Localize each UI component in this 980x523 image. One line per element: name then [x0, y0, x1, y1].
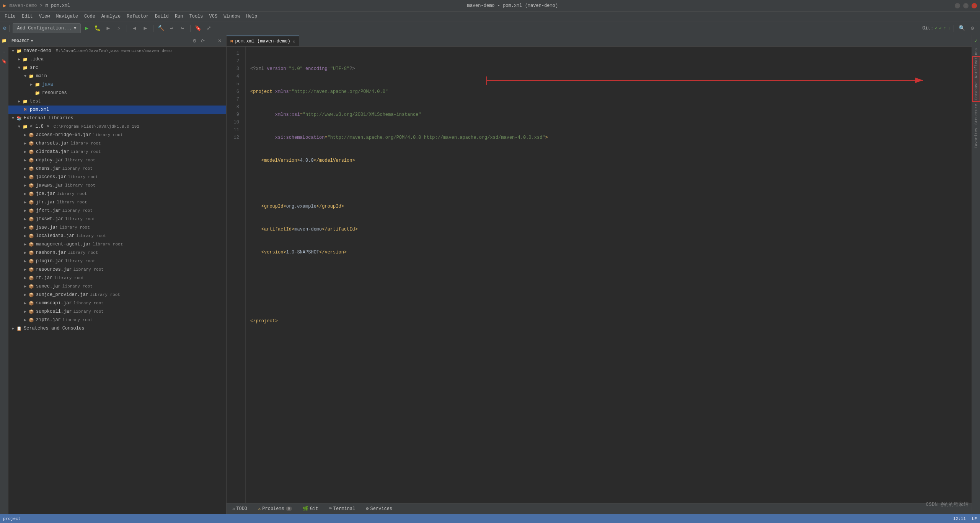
- tree-item-rt[interactable]: ▶ 📦 rt.jarlibrary root: [8, 274, 226, 282]
- tree-arrow: ▶: [22, 250, 28, 256]
- tree-item-jaccess[interactable]: ▶ 📦 jaccess.jarlibrary root: [8, 173, 226, 181]
- java-folder-icon: 📁: [34, 81, 41, 88]
- activity-commit[interactable]: ↑: [0, 49, 8, 57]
- undo-button[interactable]: ↩: [167, 24, 176, 33]
- tree-item-nashorn[interactable]: ▶ 📦 nashorn.jarlibrary root: [8, 249, 226, 257]
- activity-bookmarks[interactable]: 🔖: [0, 57, 8, 65]
- search-everywhere-button[interactable]: 🔍: [957, 24, 966, 33]
- coverage-button[interactable]: ▶: [104, 24, 113, 33]
- status-right: 12:11 LF: [953, 517, 977, 521]
- tab-close-button[interactable]: ✕: [293, 39, 295, 44]
- tree-item-sunpkcs11[interactable]: ▶ 📦 sunpkcs11.jarlibrary root: [8, 307, 226, 316]
- tree-item-jdk18[interactable]: ▼ 📁 < 1.8 > C:\Program Files\Java\jdk1.8…: [8, 122, 226, 131]
- tree-item-main[interactable]: ▼ 📁 main: [8, 72, 226, 80]
- project-dropdown-icon[interactable]: ▼: [31, 39, 33, 43]
- tree-item-maven-demo[interactable]: ▼ 📁 maven-demo E:\JavaClone\JavaTwo\java…: [8, 47, 226, 55]
- debug-button[interactable]: 🐛: [93, 24, 102, 33]
- tree-arrow: ▶: [22, 199, 28, 205]
- favorites-panel[interactable]: Favorites: [972, 127, 980, 149]
- menu-code[interactable]: Code: [81, 12, 98, 21]
- git-push-icon[interactable]: ↑: [944, 26, 946, 31]
- code-line-10: [250, 271, 969, 279]
- menu-analyze[interactable]: Analyze: [98, 12, 124, 21]
- scratches-icon: 📋: [16, 325, 22, 331]
- add-configuration-button[interactable]: Add Configuration... ▼: [13, 23, 80, 33]
- sidebar-scroll-btn[interactable]: ⟳: [199, 37, 206, 44]
- tree-item-zipfs[interactable]: ▶ 📦 zipfs.jarlibrary root: [8, 316, 226, 324]
- jar-icon: 📦: [28, 233, 34, 239]
- database-panel[interactable]: Database: [972, 79, 980, 102]
- title-bar: ▶ maven-demo > m pom.xml maven-demo - po…: [0, 0, 980, 11]
- tree-item-src[interactable]: ▼ 📁 src: [8, 63, 226, 72]
- bottom-tab-todo[interactable]: ☑ TODO: [230, 504, 249, 513]
- run-button[interactable]: ▶: [82, 24, 91, 33]
- redo-button[interactable]: ↪: [178, 24, 187, 33]
- minimize-button[interactable]: ─: [955, 3, 960, 8]
- expand-button[interactable]: ⤢: [204, 24, 214, 33]
- tree-item-jfr[interactable]: ▶ 📦 jfr.jarlibrary root: [8, 198, 226, 206]
- menu-run[interactable]: Run: [172, 12, 186, 21]
- activity-project[interactable]: 📁: [0, 37, 8, 44]
- menu-window[interactable]: Window: [220, 12, 243, 21]
- settings-button[interactable]: ⚙: [968, 24, 977, 33]
- menu-build[interactable]: Build: [152, 12, 172, 21]
- tree-item-jfxrt[interactable]: ▶ 📦 jfxrt.jarlibrary root: [8, 206, 226, 215]
- editor-content[interactable]: 1 2 3 4 5 6 7 8 9 10 11 12 <?xml version…: [227, 47, 972, 503]
- bookmark-button[interactable]: 🔖: [194, 24, 203, 33]
- menu-navigate[interactable]: Navigate: [53, 12, 81, 21]
- tree-item-java[interactable]: ▶ 📁 java: [8, 80, 226, 89]
- menu-view[interactable]: View: [36, 12, 53, 21]
- tree-item-resources-jar[interactable]: ▶ 📦 resources.jarlibrary root: [8, 265, 226, 274]
- tree-item-jce[interactable]: ▶ 📦 jce.jarlibrary root: [8, 190, 226, 198]
- maximize-button[interactable]: □: [963, 3, 969, 8]
- tree-item-management-agent[interactable]: ▶ 📦 management-agent.jarlibrary root: [8, 240, 226, 249]
- code-line-2: <project xmlns="http://maven.apache.org/…: [250, 88, 969, 96]
- tree-item-sunmscapi[interactable]: ▶ 📦 sunmscapi.jarlibrary root: [8, 299, 226, 307]
- tree-item-pom-xml[interactable]: ▶ M pom.xml: [8, 106, 226, 114]
- tree-item-external-libraries[interactable]: ▼ 📚 External Libraries: [8, 114, 226, 122]
- tree-item-jsse[interactable]: ▶ 📦 jsse.jarlibrary root: [8, 223, 226, 232]
- forward-button[interactable]: ▶: [141, 24, 150, 33]
- git-pull-icon[interactable]: ↓: [948, 26, 951, 31]
- sidebar-close-btn[interactable]: ✕: [216, 37, 223, 44]
- code-area[interactable]: <?xml version="1.0" encoding="UTF-8"?> <…: [246, 47, 972, 503]
- menu-tools[interactable]: Tools: [186, 12, 206, 21]
- tree-item-charsets[interactable]: ▶ 📦 charsets.jarlibrary root: [8, 139, 226, 148]
- tree-item-plugin[interactable]: ▶ 📦 plugin.jarlibrary root: [8, 257, 226, 265]
- menu-edit[interactable]: Edit: [19, 12, 36, 21]
- menu-refactor[interactable]: Refactor: [124, 12, 152, 21]
- bottom-tab-problems[interactable]: ⚠ Problems 6: [256, 504, 294, 513]
- jar-icon: 📦: [28, 132, 34, 138]
- main-layout: 📁 ↑ 🔖 Project ▼ ⚙ ⟳ ─ ✕ ▼ 📁 maven-demo: [0, 35, 980, 514]
- tree-item-deploy[interactable]: ▶ 📦 deploy.jarlibrary root: [8, 156, 226, 164]
- sidebar-settings-btn[interactable]: ⚙: [191, 37, 198, 44]
- tree-item-resources[interactable]: ▶ 📁 resources: [8, 89, 226, 97]
- tree-item-localedata[interactable]: ▶ 📦 localedata.jarlibrary root: [8, 232, 226, 240]
- menu-help[interactable]: Help: [243, 12, 260, 21]
- tree-item-javaws[interactable]: ▶ 📦 javaws.jarlibrary root: [8, 181, 226, 190]
- tree-item-jfxswt[interactable]: ▶ 📦 jfxswt.jarlibrary root: [8, 215, 226, 223]
- tree-item-access-bridge[interactable]: ▶ 📦 access-bridge-64.jarlibrary root: [8, 131, 226, 139]
- tree-item-test[interactable]: ▶ 📁 test: [8, 97, 226, 106]
- tree-item-scratches[interactable]: ▶ 📋 Scratches and Consoles: [8, 324, 226, 333]
- bottom-tab-terminal[interactable]: ⌨ Terminal: [327, 504, 358, 513]
- tree-item-sunec[interactable]: ▶ 📦 sunec.jarlibrary root: [8, 282, 226, 291]
- notifications-panel[interactable]: Notifications: [972, 48, 980, 78]
- tree-item-dnsns[interactable]: ▶ 📦 dnsns.jarlibrary root: [8, 164, 226, 173]
- menu-file[interactable]: File: [2, 12, 19, 21]
- sidebar-collapse-btn[interactable]: ─: [208, 37, 215, 44]
- tree-item-sunjce[interactable]: ▶ 📦 sunjce_provider.jarlibrary root: [8, 291, 226, 299]
- bottom-tab-git[interactable]: 🌿 Git: [300, 504, 321, 513]
- editor-tab-pom-xml[interactable]: M pom.xml (maven-demo) ✕: [227, 36, 299, 46]
- menu-vcs[interactable]: VCS: [206, 12, 221, 21]
- right-tool-strip: ✓ Notifications Database Structure Favor…: [972, 35, 980, 514]
- build-button[interactable]: 🔨: [157, 24, 166, 33]
- sidebar: Project ▼ ⚙ ⟳ ─ ✕ ▼ 📁 maven-demo E:\Java…: [8, 35, 227, 514]
- bottom-tab-services[interactable]: ⚙ Services: [364, 504, 395, 513]
- profile-button[interactable]: ⚡: [114, 24, 124, 33]
- close-button[interactable]: ✕: [972, 3, 977, 8]
- structure-panel[interactable]: Structure: [972, 103, 980, 126]
- back-button[interactable]: ◀: [130, 24, 139, 33]
- tree-item-idea[interactable]: ▶ 📁 .idea: [8, 55, 226, 63]
- tree-item-cldrdata[interactable]: ▶ 📦 cldrdata.jarlibrary root: [8, 148, 226, 156]
